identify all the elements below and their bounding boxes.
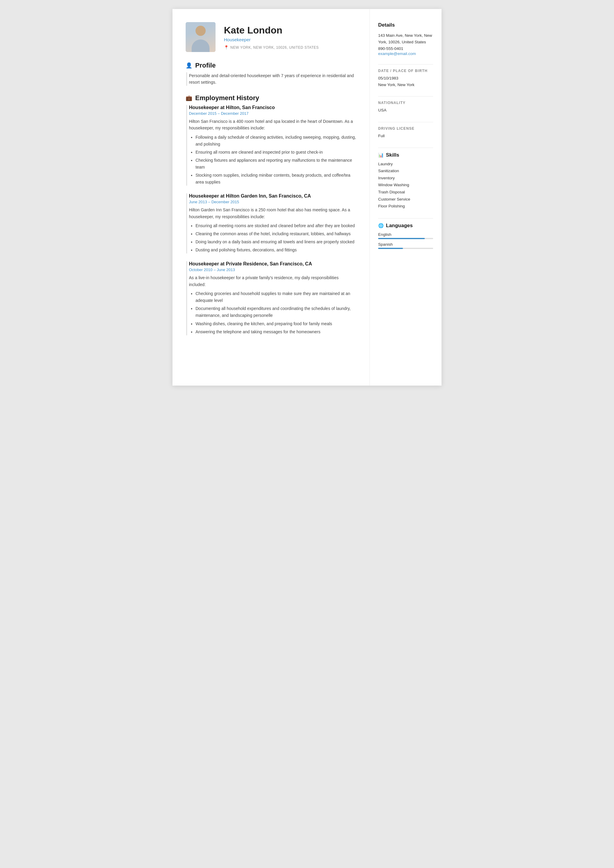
lang-item-1: Spanish xyxy=(378,242,433,249)
nationality-value: USA xyxy=(378,107,433,113)
driving-label: DRIVING LICENSE xyxy=(378,126,433,131)
sidebar-address: 143 Main Ave, New York, New York, 10026,… xyxy=(378,32,433,45)
sidebar-details-section: Details 143 Main Ave, New York, New York… xyxy=(378,22,433,56)
sidebar-column: Details 143 Main Ave, New York, New York… xyxy=(370,9,442,386)
location-icon: 📍 xyxy=(224,45,229,50)
lang-bar-bg-0 xyxy=(378,238,433,239)
bullet-0-1: Ensuring all rooms are cleaned and inspe… xyxy=(195,149,356,156)
profile-icon: 👤 xyxy=(186,62,192,69)
sidebar-phone: 890-555-0401 xyxy=(378,46,433,51)
skills-title: Skills xyxy=(386,152,399,158)
header-section: Kate London Housekeeper 📍 NEW YORK, NEW … xyxy=(186,22,356,52)
skill-item-6: Floor Polishing xyxy=(378,203,433,210)
skill-item-1: Sanitization xyxy=(378,167,433,175)
skills-list: LaundrySanitizationInventoryWindow Washi… xyxy=(378,161,433,210)
profile-text: Personable and detail-oriented housekeep… xyxy=(186,72,356,86)
driving-value: Full xyxy=(378,133,433,139)
sidebar-languages-section: 🌐 Languages EnglishSpanish xyxy=(378,223,433,249)
lang-name-0: English xyxy=(378,232,433,237)
candidate-name: Kate London xyxy=(224,25,319,36)
bullet-1-0: Ensuring all meeting rooms are stocked a… xyxy=(195,222,356,229)
bullet-1-3: Dusting and polishing fixtures, decorati… xyxy=(195,246,356,253)
employment-entry-2: Housekeeper at Private Residence, San Fr… xyxy=(186,261,356,335)
skill-item-3: Window Washing xyxy=(378,181,433,189)
bullet-0-2: Checking fixtures and appliances and rep… xyxy=(195,157,356,170)
languages-icon: 🌐 xyxy=(378,223,384,228)
profile-section: 👤 Profile Personable and detail-oriented… xyxy=(186,62,356,86)
candidate-location: 📍 NEW YORK, NEW YORK, 10026, UNITED STAT… xyxy=(224,45,319,50)
sidebar-nationality-section: NATIONALITY USA xyxy=(378,101,433,113)
emp-desc-1: Hilton Garden Inn San Francisco is a 250… xyxy=(189,206,356,220)
emp-dates-0: December 2015 – December 2017 xyxy=(189,111,356,116)
bullet-2-0: Checking groceries and household supplie… xyxy=(195,290,356,304)
employment-entry-0: Housekeeper at Hilton, San FranciscoDece… xyxy=(186,105,356,186)
employment-icon: 💼 xyxy=(186,95,192,101)
employment-section: 💼 Employment History Housekeeper at Hilt… xyxy=(186,94,356,335)
sidebar-dob-section: DATE / PLACE OF BIRTH 05/10/1983 New Yor… xyxy=(378,69,433,88)
bullet-1-1: Cleaning the common areas of the hotel, … xyxy=(195,231,356,237)
emp-bullets-1: Ensuring all meeting rooms are stocked a… xyxy=(189,222,356,253)
dob-value: 05/10/1983 xyxy=(378,75,433,82)
skill-item-0: Laundry xyxy=(378,161,433,168)
skills-header: 📊 Skills xyxy=(378,152,433,158)
skill-item-2: Inventory xyxy=(378,175,433,182)
bullet-2-2: Washing dishes, cleaning the kitchen, an… xyxy=(195,321,356,327)
header-info: Kate London Housekeeper 📍 NEW YORK, NEW … xyxy=(224,25,319,50)
main-column: Kate London Housekeeper 📍 NEW YORK, NEW … xyxy=(172,9,370,386)
profile-title-text: Profile xyxy=(195,62,216,69)
emp-desc-2: As a live-in housekeeper for a private f… xyxy=(189,274,356,288)
avatar xyxy=(186,22,216,52)
avatar-image xyxy=(186,22,216,52)
employment-title-text: Employment History xyxy=(195,94,259,102)
lang-bar-fill-0 xyxy=(378,238,425,239)
lang-bar-fill-1 xyxy=(378,248,403,249)
nationality-label: NATIONALITY xyxy=(378,101,433,105)
employment-section-title: 💼 Employment History xyxy=(186,94,356,102)
bullet-0-0: Following a daily schedule of cleaning a… xyxy=(195,134,356,148)
emp-dates-2: October 2010 – June 2013 xyxy=(189,268,356,272)
divider-5 xyxy=(378,218,433,219)
emp-bullets-2: Checking groceries and household supplie… xyxy=(189,290,356,335)
location-text: NEW YORK, NEW YORK, 10026, UNITED STATES xyxy=(230,45,319,50)
lang-item-0: English xyxy=(378,232,433,239)
skills-icon: 📊 xyxy=(378,152,384,158)
lang-bar-bg-1 xyxy=(378,248,433,249)
skill-item-5: Customer Service xyxy=(378,196,433,203)
profile-section-title: 👤 Profile xyxy=(186,62,356,69)
lang-name-1: Spanish xyxy=(378,242,433,246)
sidebar-driving-section: DRIVING LICENSE Full xyxy=(378,126,433,139)
emp-bullets-0: Following a daily schedule of cleaning a… xyxy=(189,134,356,186)
resume-document: Kate London Housekeeper 📍 NEW YORK, NEW … xyxy=(172,9,442,386)
dob-place: New York, New York xyxy=(378,82,433,88)
emp-dates-1: June 2013 – December 2015 xyxy=(189,200,356,204)
bullet-2-1: Documenting all household expenditures a… xyxy=(195,305,356,319)
employment-entry-1: Housekeeper at Hilton Garden Inn, San Fr… xyxy=(186,194,356,253)
bullet-1-2: Doing laundry on a daily basis and ensur… xyxy=(195,239,356,245)
bullet-0-3: Stocking room supplies, including miniba… xyxy=(195,172,356,186)
languages-list: EnglishSpanish xyxy=(378,232,433,249)
emp-title-2: Housekeeper at Private Residence, San Fr… xyxy=(189,261,356,267)
sidebar-skills-section: 📊 Skills LaundrySanitizationInventoryWin… xyxy=(378,152,433,210)
sidebar-details-title: Details xyxy=(378,22,433,28)
emp-title-1: Housekeeper at Hilton Garden Inn, San Fr… xyxy=(189,194,356,199)
skill-item-4: Trash Disposal xyxy=(378,189,433,196)
bullet-2-3: Answering the telephone and taking messa… xyxy=(195,329,356,335)
languages-title: Languages xyxy=(386,223,413,229)
emp-title-0: Housekeeper at Hilton, San Francisco xyxy=(189,105,356,110)
sidebar-email: example@email.com xyxy=(378,51,433,56)
candidate-title: Housekeeper xyxy=(224,37,319,42)
languages-header: 🌐 Languages xyxy=(378,223,433,229)
emp-desc-0: Hilton San Francisco is a 400 room hotel… xyxy=(189,118,356,132)
divider-1 xyxy=(378,64,433,65)
employment-entries-container: Housekeeper at Hilton, San FranciscoDece… xyxy=(186,105,356,335)
dob-label: DATE / PLACE OF BIRTH xyxy=(378,69,433,73)
